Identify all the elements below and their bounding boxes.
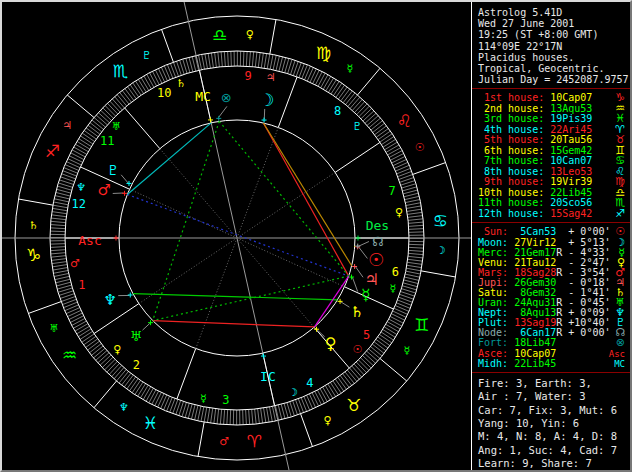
degree-tick (80, 136, 93, 144)
degree-tick (124, 375, 133, 387)
degree-tick (365, 113, 376, 123)
degree-tick (406, 203, 421, 206)
angle-pointer-marker (208, 117, 213, 122)
degree-tick (323, 387, 330, 400)
aspect-line-trine (133, 294, 338, 300)
planet-icon-mars: ♂ (98, 181, 111, 199)
degree-tick (258, 52, 260, 67)
chart-wheel: ♈♂♉♀♊☿♋☽♌☉♍☿♎♀♏♇♐♃♑♄♒♅♓♆1♂2♀3☿4☽5☉6☿7♀8♇… (2, 2, 471, 470)
degree-tick (79, 139, 92, 147)
planet-icon-fort: ⊗ (221, 90, 232, 105)
degree-tick (135, 382, 143, 395)
degree-tick (188, 404, 192, 418)
degree-tick (370, 347, 382, 356)
degree-tick (167, 64, 173, 78)
degree-tick (217, 409, 219, 424)
house-label: 5th house: (478, 134, 550, 145)
degree-tick (355, 101, 365, 112)
degree-tick (369, 349, 380, 359)
zodiac-sign-icon: ♊ (414, 315, 429, 335)
app-title: Astrolog 5.41D (478, 7, 630, 18)
planet-icon: MC (614, 359, 625, 370)
degree-tick (282, 57, 286, 71)
house-number: 11 (100, 134, 114, 148)
degree-tick (107, 103, 117, 114)
house-ruler-icon: ☽ (288, 386, 298, 399)
degree-tick (50, 250, 65, 251)
degree-tick (133, 83, 141, 95)
degree-tick (132, 380, 140, 392)
house-label: 7th house: (478, 155, 550, 166)
degree-tick (261, 408, 263, 423)
angle-axis-line (180, 2, 294, 470)
degree-tick (50, 228, 65, 229)
planet-pointer-line (219, 106, 227, 117)
degree-tick (51, 221, 66, 222)
degree-tick (371, 121, 383, 130)
degree-tick (144, 76, 151, 89)
planet-pointer-marker (338, 299, 343, 304)
degree-tick (63, 302, 77, 308)
degree-tick (143, 387, 151, 400)
chart-wheel-area: ♈♂♉♀♊☿♋☽♌☉♍☿♎♀♏♇♐♃♑♄♒♅♓♆1♂2♀3☿4☽5☉6☿7♀8♇… (2, 2, 472, 470)
planet-icon: ⊗ (616, 337, 625, 348)
cusp-center-dotted-line (237, 127, 278, 238)
degree-tick (50, 247, 65, 248)
degree-tick (52, 212, 67, 214)
planet-icon-venu: ♀ (325, 334, 337, 353)
degree-tick (320, 389, 327, 402)
degree-tick (363, 356, 374, 366)
zodiac-setting: Tropical, Geocentric. (478, 63, 630, 74)
degree-tick (56, 282, 70, 286)
degree-tick (405, 277, 420, 280)
house-number: 3 (222, 393, 229, 407)
degree-tick (374, 342, 386, 351)
zodiac-sign-icon: ♎ (212, 25, 227, 45)
degree-tick (170, 63, 175, 77)
degree-tick (341, 89, 350, 101)
zodiac-sign-icon: ♐ (615, 208, 625, 219)
degree-tick (395, 306, 409, 312)
angle-label-mc: MC (195, 89, 211, 104)
degree-tick (350, 97, 360, 108)
degree-tick (408, 222, 423, 223)
house-ruler-icon: ♅ (112, 120, 122, 133)
degree-tick (71, 153, 84, 160)
degree-tick (387, 322, 400, 329)
degree-tick (77, 326, 90, 334)
degree-tick (409, 225, 424, 226)
house-cusp-row: 12th house: 15Sag42♐ (478, 209, 630, 220)
degree-tick (63, 171, 77, 176)
degree-tick (403, 190, 417, 194)
planet-pointer-line (121, 175, 128, 183)
planet-pointer-line (356, 267, 363, 278)
planet-pointer-line (143, 323, 150, 330)
degree-tick (354, 364, 364, 375)
degree-tick (191, 405, 195, 420)
degree-tick (52, 208, 67, 210)
degree-tick (380, 134, 392, 142)
house-system: Placidus houses. (478, 52, 630, 63)
degree-tick (367, 351, 378, 361)
degree-tick (278, 405, 282, 420)
house-label: 1st house: (478, 92, 550, 103)
degree-tick (87, 341, 99, 350)
degree-tick (51, 215, 66, 217)
degree-tick (408, 216, 423, 218)
degree-tick (407, 262, 422, 264)
degree-tick (96, 351, 107, 361)
degree-tick (373, 123, 385, 132)
stat-house-types: Ang: 1, Suc: 4, Cad: 7 (478, 444, 630, 457)
degree-tick (376, 128, 388, 137)
degree-tick (54, 202, 69, 205)
aspect-line-trine (153, 276, 349, 320)
degree-tick (127, 86, 136, 98)
degree-tick (75, 324, 88, 331)
degree-tick (405, 196, 420, 199)
sign-ruler-icon: ♅ (49, 322, 59, 335)
degree-tick (315, 391, 322, 404)
degree-tick (326, 78, 334, 91)
sign-ruler-icon: ♇ (141, 49, 151, 62)
degree-tick (72, 318, 85, 325)
sign-boundary-line (413, 162, 446, 174)
